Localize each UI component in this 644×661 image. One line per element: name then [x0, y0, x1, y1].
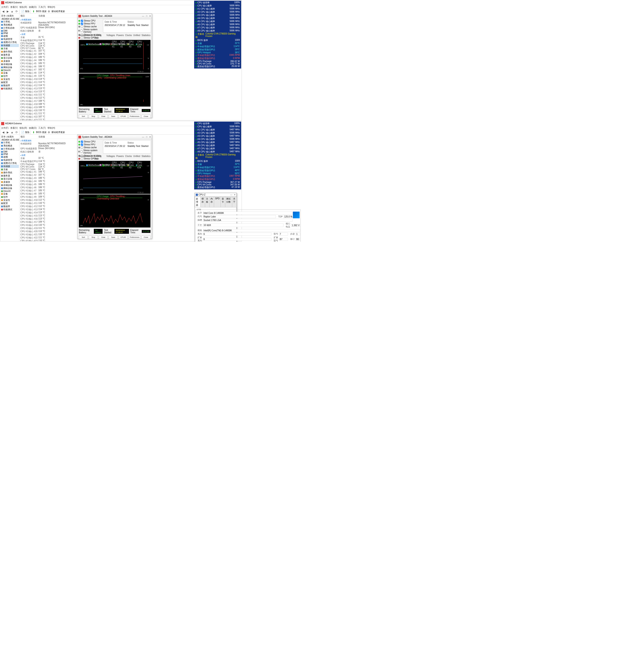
- tab[interactable]: Temperatures: [79, 34, 92, 39]
- menu-item[interactable]: 文件(F): [1, 6, 8, 9]
- menu-item[interactable]: 报告(R): [20, 127, 27, 130]
- stability-button-cpuid[interactable]: CPUID: [119, 235, 128, 239]
- driver-update-button[interactable]: ⚙: [47, 9, 51, 14]
- back-button[interactable]: ◀: [1, 130, 5, 134]
- tree-item[interactable]: 多媒体: [1, 60, 19, 63]
- stability-button-sort[interactable]: Sort: [79, 235, 88, 239]
- cpuz-tab[interactable]: 处理器: [195, 197, 201, 207]
- menu-item[interactable]: 查看(V): [10, 6, 18, 9]
- forward-button[interactable]: ▶: [6, 130, 9, 134]
- stress-check[interactable]: Stress system memory: [78, 149, 101, 154]
- stress-check[interactable]: Stress CPU: [78, 140, 101, 143]
- tree-item[interactable]: 性能测试: [1, 208, 19, 211]
- stability-buttons[interactable]: SortStopClearSaveCPUIDPreferencesClose: [77, 235, 152, 240]
- cpuz-titlebar[interactable]: CPU-Z —✕: [195, 193, 236, 197]
- tree-item[interactable]: IPMI: [1, 153, 19, 155]
- refresh-button[interactable]: ⟳: [15, 130, 19, 134]
- tree-item[interactable]: 网络设备: [1, 66, 19, 69]
- tree-item[interactable]: 电源管理: [1, 159, 19, 162]
- tree-item[interactable]: 设备: [1, 71, 19, 74]
- tree-item[interactable]: 显示设备: [1, 177, 19, 181]
- cpuz-tabs[interactable]: 处理器缓存主板内存SPD显卡测试分数关于: [195, 197, 236, 207]
- tree-item[interactable]: 网络设备: [1, 187, 19, 190]
- stability-button-stop[interactable]: Stop: [89, 235, 98, 239]
- maximize-icon[interactable]: □: [146, 15, 147, 17]
- cpuz-window[interactable]: CPU-Z —✕ 处理器缓存主板内存SPD显卡测试分数关于 处理器 名字Inte…: [194, 193, 237, 242]
- tab[interactable]: Powers: [116, 34, 123, 39]
- tree-item[interactable]: 数据库: [1, 205, 19, 208]
- stability-button-close[interactable]: Close: [141, 235, 151, 239]
- stress-check[interactable]: Stress cache: [78, 146, 101, 149]
- tree-item[interactable]: 服务器: [1, 53, 19, 56]
- close-icon[interactable]: ✕: [149, 15, 151, 17]
- stress-check[interactable]: Stress CPU: [78, 19, 101, 22]
- tree-item[interactable]: 便携式计算机: [1, 162, 19, 165]
- tab[interactable]: Cooling Fans: [94, 34, 105, 39]
- tree-item[interactable]: 传感器: [1, 165, 19, 168]
- menu-item[interactable]: 收藏(O): [29, 6, 37, 9]
- stress-checks[interactable]: Stress CPUStress FPUStress cacheStress s…: [77, 18, 102, 33]
- tree-item[interactable]: 操作系统: [1, 50, 19, 53]
- tree-item[interactable]: 便携式计算机: [1, 41, 19, 44]
- tree-item[interactable]: DirectX: [1, 190, 19, 192]
- menu-item[interactable]: 查看(V): [10, 127, 18, 130]
- stress-check[interactable]: Stress FPU: [78, 143, 101, 146]
- tab[interactable]: Unified: [133, 34, 140, 39]
- minimize-icon[interactable]: —: [142, 15, 144, 17]
- up-button[interactable]: ▲: [10, 9, 14, 14]
- tab[interactable]: Clocks: [125, 34, 132, 39]
- stability-button-preferences[interactable]: Preferences: [129, 235, 140, 239]
- tree-item[interactable]: 存储设备: [1, 184, 19, 187]
- tree-item[interactable]: 系统概述: [1, 23, 19, 26]
- sensor-panel[interactable]: 项目当前值 传感器属性 传感器类型Nuvoton NCT6796D/5582D …: [20, 135, 77, 241]
- tree-item[interactable]: 安全性: [1, 78, 19, 81]
- stress-checks[interactable]: Stress CPUStress FPUStress cacheStress s…: [77, 139, 102, 155]
- cpuz-tab[interactable]: 主板: [205, 197, 210, 207]
- tab[interactable]: Powers: [116, 155, 123, 160]
- stress-check[interactable]: Stress FPU: [78, 22, 101, 25]
- tree-item[interactable]: 安全性: [1, 199, 19, 202]
- bios-update-button[interactable]: ⬇: [31, 130, 36, 134]
- tab[interactable]: Temperatures: [79, 155, 92, 160]
- forward-button[interactable]: ▶: [6, 9, 9, 14]
- menu-item[interactable]: 帮助(H): [47, 127, 55, 130]
- tree-item[interactable]: 设备: [1, 192, 19, 196]
- stability-tabs[interactable]: TemperaturesCooling FansVoltagesPowersCl…: [77, 155, 152, 160]
- stability-button-stop[interactable]: Stop: [89, 115, 98, 118]
- tree-item[interactable]: IPMI: [1, 32, 19, 35]
- tree-item[interactable]: 操作系统: [1, 171, 19, 174]
- stability-button-save[interactable]: Save: [109, 235, 118, 239]
- driver-update-button[interactable]: ⚙: [47, 130, 51, 134]
- cpuz-tab[interactable]: 缓存: [201, 197, 205, 207]
- back-button[interactable]: ◀: [1, 9, 5, 14]
- tree-item[interactable]: 传感器: [1, 44, 19, 47]
- bios-update-button[interactable]: ⬇: [31, 9, 36, 14]
- tree-item[interactable]: 性能测试: [1, 87, 19, 90]
- tree-item[interactable]: 超频: [1, 35, 19, 38]
- menu-item[interactable]: 帮助(H): [47, 6, 55, 9]
- tree-item[interactable]: DirectX: [1, 69, 19, 71]
- tree-item[interactable]: 软件: [1, 196, 19, 199]
- stability-button-sort[interactable]: Sort: [79, 115, 88, 118]
- cpuz-tab[interactable]: 内存: [209, 197, 214, 207]
- menu-item[interactable]: 工具(T): [38, 6, 46, 9]
- menu-item[interactable]: 文件(F): [1, 127, 8, 130]
- tab[interactable]: Clocks: [125, 155, 132, 160]
- report-button[interactable]: 📄: [21, 9, 25, 14]
- tree-item[interactable]: 存储设备: [1, 63, 19, 66]
- sensor-panel[interactable]: 项目当前值 传感器属性 传感器类型Nuvoton NCT6796D/5582D …: [20, 14, 77, 120]
- cpuz-tab[interactable]: 测试分数: [225, 197, 232, 207]
- tree-item[interactable]: 超频: [1, 155, 19, 159]
- tree-item[interactable]: 主板: [1, 168, 19, 171]
- tab[interactable]: Statistics: [141, 155, 151, 160]
- report-button[interactable]: 📄: [21, 130, 25, 134]
- tree-item[interactable]: 计算机名称: [1, 26, 19, 29]
- stability-button-cpuid[interactable]: CPUID: [119, 115, 128, 118]
- tree-item[interactable]: 配置: [1, 81, 19, 84]
- tree-item[interactable]: 电源管理: [1, 38, 19, 41]
- tree-item[interactable]: 计算机名称: [1, 147, 19, 151]
- menu-item[interactable]: 报告(R): [20, 6, 27, 9]
- tree-item[interactable]: 计算机: [1, 20, 19, 23]
- tree-item[interactable]: 主板: [1, 47, 19, 50]
- tree-item[interactable]: DMI: [1, 29, 19, 32]
